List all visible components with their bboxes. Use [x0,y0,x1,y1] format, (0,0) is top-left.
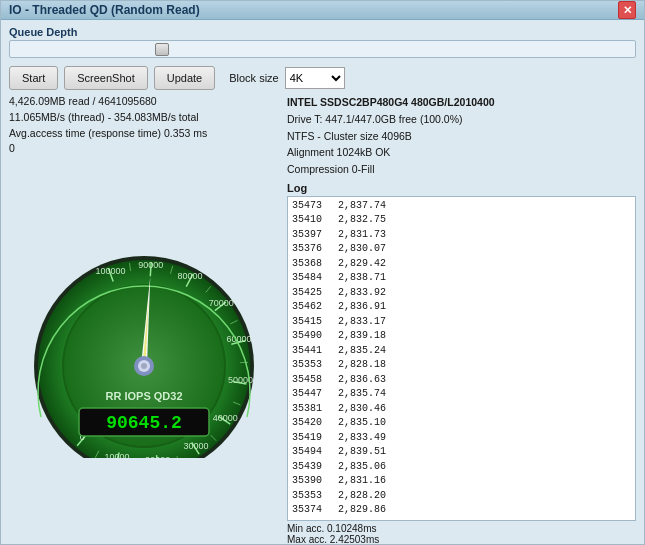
stat-line3: Avg.access time (response time) 0.353 ms [9,126,279,142]
device-name: INTEL SSDSC2BP480G4 480GB/L2010400 [287,94,636,111]
stats-text: 4,426.09MB read / 4641095680 11.065MB/s … [9,94,279,157]
svg-text:30000: 30000 [183,441,208,451]
queue-slider-thumb[interactable] [155,43,169,56]
log-entry-id: 35441 [292,344,330,359]
block-size-group: Block size 4K 8K 16K 32K 64K 128K 512K 1… [229,67,345,89]
log-row: 353742,829.86 [292,503,631,518]
log-entry-val: 2,831.73 [338,228,386,243]
close-button[interactable]: ✕ [618,1,636,19]
log-entry-id: 35410 [292,213,330,228]
log-row: 353532,828.18 [292,358,631,373]
device-line2: NTFS - Cluster size 4096B [287,128,636,145]
stat-line1: 4,426.09MB read / 4641095680 [9,94,279,110]
log-row: 354472,835.74 [292,387,631,402]
log-entry-val: 2,836.91 [338,300,386,315]
stat-zero: 0 [9,141,279,157]
log-entry-val: 2,830.07 [338,242,386,257]
log-row: 354582,836.63 [292,373,631,388]
log-entry-id: 35484 [292,271,330,286]
log-entry-id: 35374 [292,503,330,518]
log-row: 354732,837.74 [292,199,631,214]
main-area: 4,426.09MB read / 4641095680 11.065MB/s … [9,94,636,545]
window-title: IO - Threaded QD (Random Read) [9,3,200,17]
log-entry-val: 2,832.75 [338,213,386,228]
svg-text:60000: 60000 [226,334,251,344]
svg-text:90645.2: 90645.2 [106,413,182,433]
log-section: Log 354732,837.74354102,832.75353972,831… [287,182,636,545]
log-row: 353812,830.46 [292,402,631,417]
log-footer: Min acc. 0.10248ms Max acc. 2.42503ms [287,523,636,545]
svg-text:40000: 40000 [212,413,237,423]
log-entry-val: 2,835.06 [338,460,386,475]
gauge-container: 0 10000 20000 30000 40000 50000 60000 70… [9,161,279,545]
log-entry-id: 35397 [292,228,330,243]
min-acc: Min acc. 0.10248ms [287,523,636,534]
log-entry-id: 35490 [292,329,330,344]
log-entry-val: 2,830.46 [338,402,386,417]
log-entry-id: 35419 [292,431,330,446]
log-entry-id: 35381 [292,402,330,417]
log-box[interactable]: 354732,837.74354102,832.75353972,831.733… [287,196,636,521]
max-acc: Max acc. 2.42503ms [287,534,636,545]
svg-text:70000: 70000 [208,298,233,308]
log-entry-val: 2,828.18 [338,358,386,373]
update-button[interactable]: Update [154,66,215,90]
log-entry-val: 2,833.17 [338,315,386,330]
queue-section: Queue Depth [9,26,636,58]
log-entry-val: 2,838.71 [338,271,386,286]
log-row: 353762,830.07 [292,242,631,257]
log-entry-val: 2,839.18 [338,329,386,344]
log-entry-val: 2,839.51 [338,445,386,460]
svg-point-40 [141,363,147,369]
log-row: 353972,831.73 [292,228,631,243]
device-line3: Alignment 1024kB OK [287,144,636,161]
stat-line2: 11.065MB/s (thread) - 354.083MB/s total [9,110,279,126]
log-entry-id: 35390 [292,474,330,489]
log-row: 354152,833.17 [292,315,631,330]
log-row: 353902,831.16 [292,474,631,489]
log-row: 354942,839.51 [292,445,631,460]
log-row: 354412,835.24 [292,344,631,359]
svg-text:20000: 20000 [145,455,170,458]
log-entry-val: 2,835.74 [338,387,386,402]
log-row: 354202,835.10 [292,416,631,431]
log-entry-id: 35368 [292,257,330,272]
log-entry-val: 2,831.16 [338,474,386,489]
log-row: 354252,833.92 [292,286,631,301]
svg-text:100000: 100000 [95,266,125,276]
device-line4: Compression 0-Fill [287,161,636,178]
toolbar: Start ScreenShot Update Block size 4K 8K… [9,66,636,90]
svg-text:10000: 10000 [104,452,129,458]
log-entry-id: 35447 [292,387,330,402]
log-entry-val: 2,835.10 [338,416,386,431]
log-entry-id: 35458 [292,373,330,388]
queue-slider-track[interactable] [9,40,636,58]
svg-text:90000: 90000 [138,260,163,270]
log-entry-id: 35353 [292,489,330,504]
main-window: IO - Threaded QD (Random Read) ✕ Queue D… [0,0,645,545]
device-line1: Drive T: 447.1/447.0GB free (100.0%) [287,111,636,128]
log-entry-id: 35376 [292,242,330,257]
log-row: 354622,836.91 [292,300,631,315]
log-row: 354842,838.71 [292,271,631,286]
log-row: 353532,828.20 [292,489,631,504]
log-row: 354902,839.18 [292,329,631,344]
log-entry-id: 35425 [292,286,330,301]
log-entry-val: 2,835.24 [338,344,386,359]
log-entry-val: 2,833.92 [338,286,386,301]
log-entry-val: 2,833.49 [338,431,386,446]
title-bar: IO - Threaded QD (Random Read) ✕ [1,1,644,20]
log-entry-val: 2,829.42 [338,257,386,272]
log-label: Log [287,182,636,194]
log-entry-id: 35494 [292,445,330,460]
log-row: 354392,835.06 [292,460,631,475]
log-entry-id: 35415 [292,315,330,330]
start-button[interactable]: Start [9,66,58,90]
log-entry-val: 2,836.63 [338,373,386,388]
block-size-label: Block size [229,72,279,84]
log-entry-id: 35462 [292,300,330,315]
device-info: INTEL SSDSC2BP480G4 480GB/L2010400 Drive… [287,94,636,178]
screenshot-button[interactable]: ScreenShot [64,66,147,90]
block-size-select[interactable]: 4K 8K 16K 32K 64K 128K 512K 1M [285,67,345,89]
queue-label: Queue Depth [9,26,636,38]
